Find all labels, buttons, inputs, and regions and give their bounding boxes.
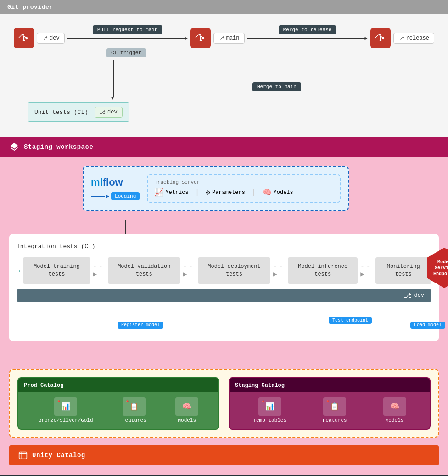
dev-git-icon (14, 28, 34, 48)
main-git-icon (190, 28, 211, 48)
merge-to-main-area: Merge to main (252, 82, 301, 91)
staging-header: Staging workspace (0, 137, 448, 157)
flow-labels-row: Register model Test endpoint Load model (17, 316, 431, 334)
staging-label: Staging workspace (24, 143, 93, 151)
integration-tests-box: Integration tests (CI) → Model training … (9, 234, 439, 341)
staging-temp-item: 🔺 📊 Temp tables (253, 397, 286, 423)
integration-dev-bar: ⎇ dev (17, 289, 431, 302)
ci-trigger-area: CI trigger (106, 48, 146, 57)
arrow-1: - - ▶ (91, 263, 107, 278)
dev-branch-label: ⎇ dev (37, 33, 65, 44)
staging-catalog-header: Staging Catalog (230, 378, 430, 392)
arrow-2: - - ▶ (181, 263, 197, 278)
mlflow-left: mlflow ▶ Logging (91, 176, 140, 200)
unit-tests-box: Unit tests (CI) ⎇ dev (28, 102, 129, 122)
ci-down-line (113, 60, 114, 97)
merge-to-main-label: Merge to main (252, 82, 301, 91)
monitoring-step: Monitoring tests (375, 257, 431, 284)
model-serving-endpoint: Model Serving Endpoint (427, 248, 448, 288)
pull-request-connector: Pull request to main ▶ (67, 35, 188, 41)
mlflow-logo: mlflow (91, 176, 123, 188)
prod-catalog-header: Prod Catalog (18, 378, 218, 392)
test-endpoint-label: Test endpoint (329, 316, 372, 324)
svg-rect-0 (19, 452, 27, 459)
git-provider-label: Git provider (7, 4, 53, 11)
catalogs-row: Prod Catalog 🔺 📊 Bronze/Silver/Gold (17, 377, 431, 430)
model-inference-step: Model inference tests (288, 257, 358, 284)
main-branch-label: ⎇ main (213, 33, 245, 44)
arrow-3: - - ▶ (271, 263, 287, 278)
mlflow-down-arrow: ▼ (125, 220, 126, 234)
staging-icon (9, 142, 19, 152)
unit-tests-label: Unit tests (CI) (34, 109, 88, 116)
prod-catalog-box: Prod Catalog 🔺 📊 Bronze/Silver/Gold (17, 377, 219, 430)
merge-to-release-label: Merge to release (279, 25, 336, 34)
staging-catalog-items: 🔺 📊 Temp tables 🔺 📋 Features (230, 392, 430, 429)
catalogs-area: Prod Catalog 🔺 📊 Bronze/Silver/Gold (9, 369, 439, 438)
staging-workspace: Staging workspace mlflow ▶ Logging (0, 137, 448, 475)
lakehouse-bar: Lakehouse (0, 475, 448, 476)
unity-catalog-label: Unity Catalog (32, 452, 85, 459)
unit-tests-branch: ⎇ dev (95, 107, 123, 118)
merge-release-connector: Merge to release ▶ (247, 35, 368, 41)
release-git-icon (370, 28, 391, 48)
release-branch-label: ⎇ release (393, 33, 434, 44)
arrow-4: - - ▶ (358, 263, 374, 278)
prod-models-item: 🧠 Models (175, 397, 198, 423)
prod-bronze-item: 🔺 📊 Bronze/Silver/Gold (39, 397, 93, 423)
integration-test-steps: → Model training tests - - ▶ Model valid… (17, 257, 431, 284)
tracking-items: 📈 Metrics | ⚙️ Parameters | 🧠 Models (154, 188, 333, 197)
model-validation-step: Model validation tests (108, 257, 180, 284)
prod-catalog-items: 🔺 📊 Bronze/Silver/Gold 🔺 📋 Fe (18, 392, 218, 429)
model-training-step: Model training tests (23, 257, 90, 284)
git-provider-bar: Git provider (0, 0, 448, 14)
metrics-item: 📈 Metrics (154, 188, 188, 197)
ci-trigger-label: CI trigger (106, 48, 146, 57)
mlflow-section: mlflow ▶ Logging Tracking Server (83, 166, 349, 211)
top-region: ⎇ dev Pull request to main ▶ ⎇ main (0, 14, 448, 137)
staging-content: mlflow ▶ Logging Tracking Server (0, 157, 448, 475)
staging-models-item: 🧠 Models (383, 397, 406, 423)
model-serving-container: Model Serving Endpoint (427, 248, 448, 288)
staging-features-item: 🔺 📋 Features (323, 397, 347, 423)
tracking-server-title: Tracking Server (154, 180, 333, 185)
prod-features-item: 🔺 📋 Features (122, 397, 146, 423)
models-item: 🧠 Models (263, 188, 293, 197)
tracking-server-box: Tracking Server 📈 Metrics | ⚙️ Parameter… (147, 174, 341, 203)
load-model-label: Load model (410, 320, 445, 329)
staging-catalog-box: Staging Catalog 🔺 📊 Temp tables (229, 377, 431, 430)
unity-catalog-icon (18, 451, 28, 460)
unit-tests-container: Unit tests (CI) ⎇ dev (28, 102, 129, 122)
git-flow-row: ⎇ dev Pull request to main ▶ ⎇ main (14, 28, 434, 48)
unity-catalog-bar: Unity Catalog (9, 445, 439, 465)
logging-button[interactable]: Logging (111, 192, 140, 200)
model-deployment-step: Model deployment tests (198, 257, 270, 284)
integration-tests-title: Integration tests (CI) (17, 243, 431, 250)
pull-request-label: Pull request to main (93, 25, 162, 34)
register-model-label: Register model (118, 320, 163, 329)
parameters-item: ⚙️ Parameters (206, 188, 245, 197)
